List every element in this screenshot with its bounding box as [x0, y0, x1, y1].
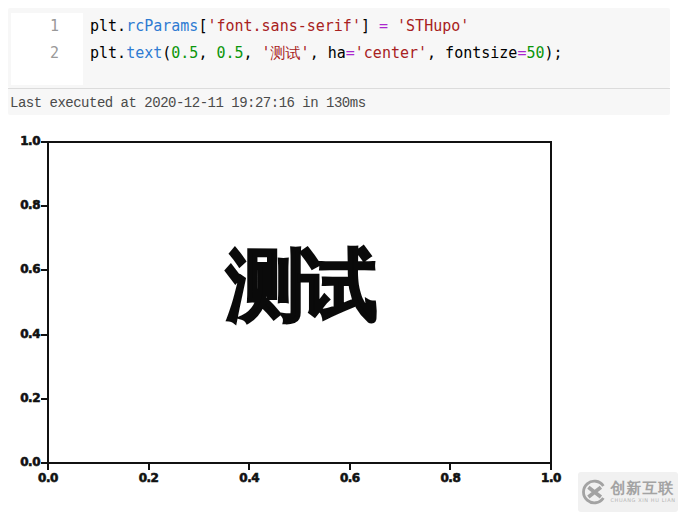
code-token: rcParams [126, 17, 198, 35]
matplotlib-figure: 测试 创新互联 CHUANG XIN HU LIAN 1.00.80.60.40… [0, 115, 678, 513]
x-tick-mark [550, 464, 552, 470]
line-number: 1 [11, 13, 83, 40]
watermark-en-text: CHUANG XIN HU LIAN [611, 498, 676, 503]
code-token: plt. [90, 17, 126, 35]
code-token: = [379, 17, 388, 35]
code-token: plt. [90, 44, 126, 62]
x-tick-label: 0.6 [330, 471, 370, 485]
line-number-gutter: 12 [11, 13, 83, 85]
code-token: 'STHupo' [397, 17, 469, 35]
code-token: 'center' [355, 44, 427, 62]
jupyter-notebook-output: 12 plt.rcParams['font.sans-serif'] = 'ST… [0, 0, 678, 513]
y-tick-label: 0.2 [6, 391, 40, 405]
code-token: 'font.sans-serif' [207, 17, 361, 35]
code-line[interactable]: plt.text(0.5, 0.5, '测试', ha='center', fo… [90, 40, 664, 67]
code-token: , fontsize [427, 44, 517, 62]
execution-status-text: Last executed at 2020-12-11 19:27:16 in … [8, 95, 366, 111]
y-tick-label: 0.8 [6, 198, 40, 212]
code-token [388, 17, 397, 35]
watermark-logo-icon [581, 479, 607, 505]
x-tick-label: 0.0 [28, 471, 68, 485]
plot-center-text: 测试 [47, 243, 552, 329]
code-line[interactable]: plt.rcParams['font.sans-serif'] = 'STHup… [90, 13, 664, 40]
code-token: , ha [310, 44, 346, 62]
watermark-cn-text: 创新互联 [611, 481, 676, 496]
execution-status-bar: Last executed at 2020-12-11 19:27:16 in … [8, 88, 670, 115]
code-editor[interactable]: plt.rcParams['font.sans-serif'] = 'STHup… [90, 13, 664, 67]
code-token: '测试' [262, 44, 310, 62]
x-tick-label: 0.8 [430, 471, 470, 485]
code-token: 50 [526, 44, 544, 62]
y-tick-mark [41, 334, 47, 336]
code-token: , [198, 44, 216, 62]
code-token: ] [361, 17, 379, 35]
x-tick-mark [449, 464, 451, 470]
y-tick-label: 0.6 [6, 262, 40, 276]
y-tick-mark [41, 269, 47, 271]
y-tick-mark [41, 398, 47, 400]
y-tick-label: 1.0 [6, 134, 40, 148]
y-tick-label: 0.4 [6, 327, 40, 341]
code-token: 0.5 [216, 44, 243, 62]
x-tick-mark [349, 464, 351, 470]
x-tick-label: 0.2 [129, 471, 169, 485]
y-tick-mark [41, 205, 47, 207]
y-tick-mark [41, 141, 47, 143]
code-token: ( [162, 44, 171, 62]
x-tick-label: 1.0 [531, 471, 571, 485]
code-token: = [346, 44, 355, 62]
code-cell[interactable]: 12 plt.rcParams['font.sans-serif'] = 'ST… [8, 8, 670, 88]
x-tick-mark [47, 464, 49, 470]
code-token: 0.5 [171, 44, 198, 62]
x-tick-label: 0.4 [229, 471, 269, 485]
code-token: ); [544, 44, 562, 62]
code-token: , [244, 44, 262, 62]
x-tick-mark [148, 464, 150, 470]
watermark: 创新互联 CHUANG XIN HU LIAN [578, 472, 678, 512]
line-number: 2 [11, 40, 83, 67]
x-tick-mark [248, 464, 250, 470]
code-token: text [126, 44, 162, 62]
y-tick-label: 0.0 [6, 455, 40, 469]
